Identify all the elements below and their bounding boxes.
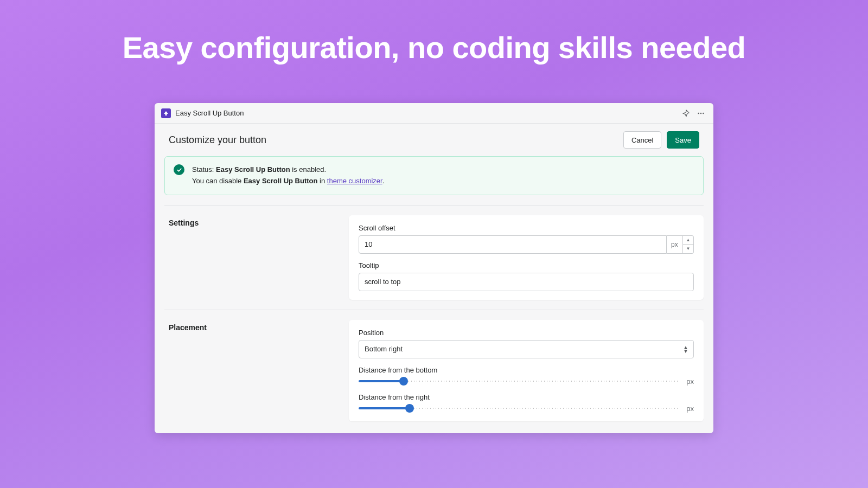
stepper-up-icon[interactable]: ▲ xyxy=(683,236,693,245)
tooltip-label: Tooltip xyxy=(359,261,694,269)
distance-bottom-slider[interactable] xyxy=(359,380,679,382)
settings-section: Settings Scroll offset px ▲ ▼ Tooltip xyxy=(164,205,704,300)
slider-thumb[interactable] xyxy=(399,377,408,386)
scroll-offset-input[interactable] xyxy=(359,235,667,254)
settings-section-label: Settings xyxy=(164,215,349,300)
page-header: Customize your button Cancel Save xyxy=(155,124,713,156)
svg-point-0 xyxy=(698,112,699,113)
distance-right-unit: px xyxy=(686,404,694,413)
scroll-offset-unit: px xyxy=(667,235,683,254)
save-button[interactable]: Save xyxy=(667,131,699,149)
scroll-offset-stepper[interactable]: ▲ ▼ xyxy=(683,235,694,254)
status-banner: Status: Easy Scroll Up Button is enabled… xyxy=(164,156,704,195)
app-icon xyxy=(161,108,171,118)
placement-card: Position ▲▼ Distance from the bottom px xyxy=(349,320,704,421)
slider-thumb[interactable] xyxy=(405,404,414,413)
app-bar: Easy Scroll Up Button xyxy=(155,103,713,124)
position-select[interactable] xyxy=(359,340,694,358)
placement-section-label: Placement xyxy=(164,320,349,421)
svg-point-2 xyxy=(703,112,704,113)
scroll-offset-label: Scroll offset xyxy=(359,224,694,232)
distance-right-label: Distance from the right xyxy=(359,393,694,401)
pin-icon[interactable] xyxy=(680,107,692,119)
tooltip-input[interactable] xyxy=(359,273,694,291)
page-title: Customize your button xyxy=(169,134,266,146)
app-name: Easy Scroll Up Button xyxy=(175,109,244,117)
hero-headline: Easy configuration, no coding skills nee… xyxy=(0,0,868,87)
more-icon[interactable] xyxy=(695,107,707,119)
check-circle-icon xyxy=(174,164,184,175)
theme-customizer-link[interactable]: theme customizer xyxy=(327,177,382,185)
distance-bottom-unit: px xyxy=(686,377,694,386)
distance-bottom-label: Distance from the bottom xyxy=(359,366,694,374)
stepper-down-icon[interactable]: ▼ xyxy=(683,245,693,253)
placement-section: Placement Position ▲▼ Distance from the … xyxy=(164,310,704,433)
position-label: Position xyxy=(359,329,694,337)
cancel-button[interactable]: Cancel xyxy=(623,131,661,149)
svg-point-1 xyxy=(700,112,701,113)
distance-right-slider[interactable] xyxy=(359,407,679,409)
status-text: Status: Easy Scroll Up Button is enabled… xyxy=(192,164,384,187)
app-window: Easy Scroll Up Button Customize your but… xyxy=(155,103,713,433)
settings-card: Scroll offset px ▲ ▼ Tooltip xyxy=(349,215,704,300)
